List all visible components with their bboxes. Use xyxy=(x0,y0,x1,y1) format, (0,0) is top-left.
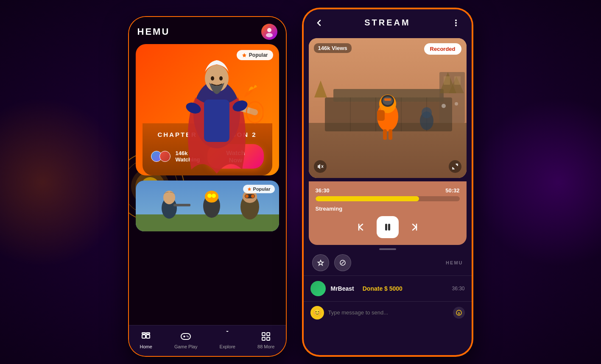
phone-2: STREAM FORTNITE xyxy=(303,8,472,356)
svg-rect-76 xyxy=(454,76,461,85)
progress-section: 36:30 50:32 Streaming xyxy=(309,181,467,245)
svg-point-54 xyxy=(455,22,457,24)
coin-button[interactable]: $ xyxy=(453,307,465,319)
svg-rect-42 xyxy=(146,333,150,334)
svg-point-47 xyxy=(188,336,189,337)
phones-container: HEMU GAMES Popular xyxy=(0,0,601,364)
nav-home-label: Home xyxy=(140,344,152,349)
svg-point-37 xyxy=(245,195,249,198)
svg-rect-52 xyxy=(267,337,270,340)
svg-point-55 xyxy=(455,25,457,26)
more-options-button[interactable] xyxy=(449,16,463,30)
svg-point-14 xyxy=(266,33,273,37)
svg-point-32 xyxy=(207,194,212,198)
svg-point-19 xyxy=(219,76,223,81)
mute-button[interactable] xyxy=(314,160,327,173)
app-logo: HEMU xyxy=(137,26,170,37)
second-card[interactable]: Popular xyxy=(136,181,279,231)
grid-icon xyxy=(260,331,272,342)
popular-badge-2: Popular xyxy=(243,185,275,193)
svg-rect-49 xyxy=(262,333,265,336)
svg-point-31 xyxy=(205,191,218,203)
video-container: 146k Views Recorded xyxy=(309,38,467,178)
home-icon xyxy=(140,331,152,342)
explore-icon xyxy=(221,331,233,342)
phone2-header: STREAM xyxy=(304,9,472,35)
chat-input[interactable] xyxy=(328,309,449,316)
bottom-nav: Home Game Play xyxy=(129,325,286,356)
svg-rect-26 xyxy=(136,214,279,231)
user-emoji-avatar: 😊 xyxy=(310,306,324,320)
svg-point-46 xyxy=(187,335,187,336)
prev-button[interactable] xyxy=(353,220,368,235)
donation-row: MrBeast Donate $ 5000 36:30 xyxy=(304,275,472,301)
svg-rect-74 xyxy=(439,72,465,123)
nav-more-label: 88 More xyxy=(257,344,274,349)
svg-point-33 xyxy=(212,194,216,198)
user-avatar[interactable] xyxy=(261,24,277,40)
svg-rect-43 xyxy=(181,333,190,339)
popular-badge: Popular xyxy=(237,50,273,60)
donor-avatar xyxy=(310,281,326,296)
like-section: HEMU xyxy=(304,250,472,275)
svg-rect-69 xyxy=(377,110,385,121)
chat-input-row: 😊 $ xyxy=(304,301,472,324)
svg-point-28 xyxy=(163,191,175,204)
svg-line-86 xyxy=(341,261,344,264)
svg-rect-40 xyxy=(146,335,150,338)
current-time: 36:30 xyxy=(316,187,330,194)
svg-point-38 xyxy=(251,195,254,198)
back-button[interactable] xyxy=(312,16,326,30)
views-badge: 146k Views xyxy=(314,43,352,53)
nav-gameplay-label: Game Play xyxy=(174,344,197,349)
progress-fill xyxy=(316,196,419,201)
svg-rect-50 xyxy=(267,333,270,336)
nav-home[interactable]: Home xyxy=(140,331,152,349)
hero-card: Popular xyxy=(136,44,279,175)
nav-gameplay[interactable]: Game Play xyxy=(174,331,197,349)
svg-rect-75 xyxy=(444,76,450,85)
nav-more[interactable]: 88 More xyxy=(257,331,274,349)
svg-rect-70 xyxy=(383,129,387,140)
expand-button[interactable] xyxy=(449,160,461,173)
donation-time: 36:30 xyxy=(452,286,464,292)
svg-rect-39 xyxy=(142,335,145,338)
donor-name: MrBeast xyxy=(331,285,354,292)
recorded-badge: Recorded xyxy=(424,43,461,55)
svg-text:$: $ xyxy=(458,311,460,315)
like-button[interactable] xyxy=(312,254,329,271)
svg-point-18 xyxy=(211,76,214,81)
stream-title: STREAM xyxy=(364,18,410,28)
nav-explore[interactable]: Explore xyxy=(220,331,235,349)
svg-rect-48 xyxy=(225,331,230,332)
mini-avatars xyxy=(151,151,168,162)
donation-amount: Donate $ 5000 xyxy=(363,285,403,292)
pause-button[interactable] xyxy=(377,216,399,238)
phone-1: HEMU GAMES Popular xyxy=(129,17,286,356)
next-button[interactable] xyxy=(407,220,422,235)
svg-point-53 xyxy=(455,19,457,21)
svg-rect-71 xyxy=(389,129,392,140)
progress-bar[interactable] xyxy=(316,196,460,201)
nav-explore-label: Explore xyxy=(220,344,235,349)
time-row: 36:30 50:32 xyxy=(316,187,460,194)
svg-rect-82 xyxy=(385,224,387,231)
svg-point-21 xyxy=(249,105,260,120)
svg-point-78 xyxy=(455,102,458,106)
streaming-label: Streaming xyxy=(316,206,460,212)
svg-rect-29 xyxy=(173,204,190,206)
hemu-watermark: HEMU xyxy=(446,260,463,265)
controls-row xyxy=(316,216,460,238)
mini-avatar-2 xyxy=(159,151,171,162)
svg-point-77 xyxy=(442,104,446,108)
svg-rect-16 xyxy=(204,100,229,142)
gamepad-icon xyxy=(180,331,192,342)
total-time: 50:32 xyxy=(445,187,459,194)
svg-rect-83 xyxy=(388,224,390,231)
dislike-button[interactable] xyxy=(334,254,351,271)
video-scene xyxy=(309,38,467,178)
svg-rect-51 xyxy=(262,337,265,340)
svg-rect-41 xyxy=(142,333,145,334)
svg-point-13 xyxy=(267,28,271,32)
svg-point-73 xyxy=(422,107,432,118)
